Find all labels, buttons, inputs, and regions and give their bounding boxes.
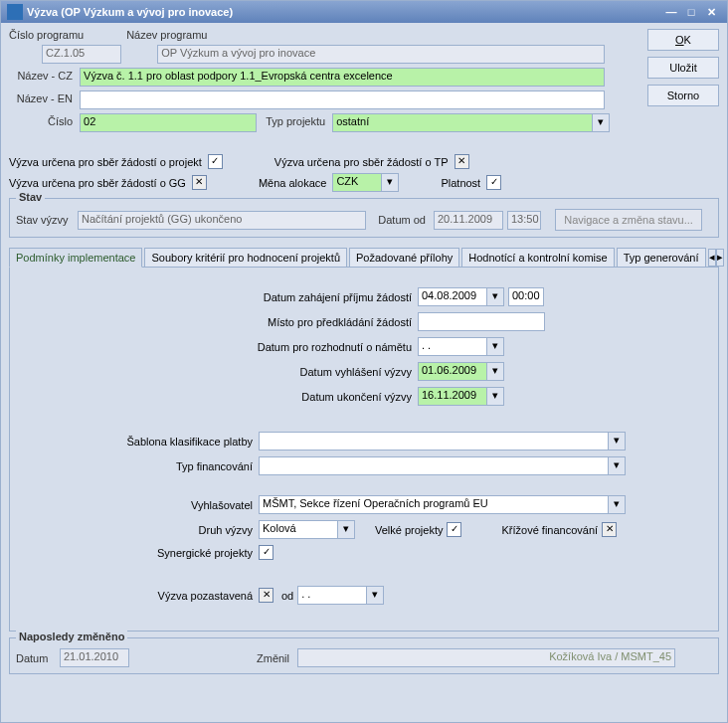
tab-prilohy[interactable]: Požadované přílohy — [349, 248, 459, 267]
footer-datum-field: 21.01.2010 — [60, 648, 129, 667]
sber-gg-label: Výzva určena pro sběr žádostí o GG — [9, 177, 186, 189]
footer-zmenil-label: Změnil — [257, 652, 293, 664]
cislo-input[interactable]: 02 — [80, 113, 257, 132]
pozastavena-checkbox[interactable]: ✕ — [259, 588, 273, 603]
app-icon — [7, 4, 23, 20]
nazev-en-label: Název - EN — [9, 92, 77, 104]
pozastavena-label: Výzva pozastavená — [20, 590, 259, 602]
nazev-programu-label: Název programu — [126, 29, 211, 41]
misto-input[interactable] — [418, 312, 545, 331]
stav-vyzvy-field: Načítání projektů (GG) ukončeno — [78, 211, 366, 230]
cislo-label: Číslo — [9, 115, 77, 127]
stav-vyzvy-label: Stav výzvy — [16, 214, 74, 226]
footer-datum-label: Datum — [16, 652, 56, 664]
ok-button[interactable]: OOKK — [647, 29, 719, 51]
chevron-down-icon[interactable]: ▾ — [609, 456, 626, 475]
krizove-label: Křížové financování — [501, 524, 598, 536]
close-icon[interactable]: ✕ — [701, 6, 721, 19]
minimize-icon[interactable]: — — [661, 6, 681, 18]
typ-fin-label: Typ financování — [20, 460, 259, 472]
tab-typgen[interactable]: Typ generování — [617, 248, 706, 267]
datum-zahajeni-input[interactable]: 04.08.2009 — [418, 287, 487, 306]
misto-label: Místo pro předkládání žádostí — [20, 316, 418, 328]
save-button[interactable]: Uložit — [647, 57, 719, 79]
typ-projektu-select[interactable]: ostatní — [332, 113, 593, 132]
sber-tp-checkbox[interactable]: ✕ — [455, 154, 469, 169]
sablona-label: Šablona klasifikace platby — [20, 436, 259, 448]
footer-legend: Naposledy změněno — [16, 631, 127, 642]
druh-vyzvy-select[interactable]: Kolová — [259, 520, 338, 539]
cislo-programu-label: Číslo programu — [9, 29, 81, 41]
footer-zmenil-field: Kožíková Iva / MSMT_45 — [297, 648, 675, 667]
datum-rozhodnuti-label: Datum pro rozhodnutí o námětu — [20, 341, 418, 353]
chevron-down-icon[interactable]: ▾ — [487, 337, 504, 356]
od-label: od — [281, 590, 293, 602]
sber-projekt-label: Výzva určena pro sběr žádostí o projekt — [9, 156, 202, 168]
footer-group: Naposledy změněno Datum 21.01.2010 Změni… — [9, 637, 719, 674]
velke-projekty-label: Velké projekty — [375, 524, 443, 536]
datum-zahajeni-label: Datum zahájení příjmu žádostí — [20, 291, 418, 303]
krizove-checkbox[interactable]: ✕ — [602, 522, 617, 537]
tab-podminky[interactable]: Podmínky implementace — [9, 248, 142, 268]
sablona-select[interactable] — [259, 432, 609, 451]
od-input[interactable]: . . — [297, 586, 367, 605]
chevron-down-icon[interactable]: ▾ — [338, 520, 355, 539]
stav-legend: Stav — [16, 191, 45, 203]
nazev-cz-input[interactable]: Výzva č. 1.1 pro oblast podpory 1.1_Evro… — [80, 68, 605, 87]
synergicke-checkbox[interactable]: ✓ — [259, 545, 273, 560]
tab-panel: Datum zahájení příjmu žádostí 04.08.2009… — [9, 268, 719, 632]
tab-scroll-left[interactable]: ◂ — [708, 249, 716, 267]
tab-bar: Podmínky implementace Soubory kritérií p… — [9, 248, 719, 268]
sber-tp-label: Výzva určena pro sběr žádostí o TP — [274, 156, 449, 168]
chevron-down-icon[interactable]: ▾ — [487, 387, 504, 406]
datum-vyhlaseni-input[interactable]: 01.06.2009 — [418, 362, 487, 381]
mena-label: Měna alokace — [259, 177, 327, 189]
nazev-cz-label: Název - CZ — [9, 70, 77, 82]
time-field: 13:50 — [507, 211, 541, 230]
navigace-button[interactable]: Navigace a změna stavu... — [555, 209, 702, 231]
datum-ukonceni-input[interactable]: 16.11.2009 — [418, 387, 487, 406]
platnost-label: Platnost — [441, 177, 480, 189]
datum-od-label: Datum od — [370, 214, 430, 226]
cas-zahajeni-input[interactable]: 00:00 — [508, 287, 544, 306]
typ-projektu-label: Typ projektu — [260, 115, 329, 127]
datum-od-field: 20.11.2009 — [434, 211, 503, 230]
chevron-down-icon[interactable]: ▾ — [382, 173, 399, 192]
tab-komise[interactable]: Hodnotící a kontrolní komise — [461, 248, 614, 267]
chevron-down-icon[interactable]: ▾ — [593, 113, 610, 132]
stav-group: Stav Stav výzvy Načítání projektů (GG) u… — [9, 198, 719, 238]
druh-vyzvy-label: Druh výzvy — [20, 524, 259, 536]
tab-soubory[interactable]: Soubory kritérií pro hodnocení projektů — [144, 248, 347, 267]
typ-fin-select[interactable] — [259, 456, 609, 475]
platnost-checkbox[interactable]: ✓ — [486, 175, 501, 190]
sber-projekt-checkbox[interactable]: ✓ — [208, 154, 223, 169]
window-title: Výzva (OP Výzkum a vývoj pro inovace) — [27, 6, 233, 18]
nazev-en-input[interactable] — [80, 90, 605, 109]
chevron-down-icon[interactable]: ▾ — [609, 495, 626, 514]
velke-projekty-checkbox[interactable]: ✓ — [447, 522, 461, 537]
vyhlasovatel-label: Vyhlašovatel — [20, 499, 259, 511]
cislo-programu-field: CZ.1.05 — [42, 45, 121, 64]
chevron-down-icon[interactable]: ▾ — [367, 586, 384, 605]
title-bar: Výzva (OP Výzkum a vývoj pro inovace) — … — [1, 1, 727, 23]
synergicke-label: Synergické projekty — [20, 547, 259, 559]
datum-ukonceni-label: Datum ukončení výzvy — [20, 391, 418, 403]
vyhlasovatel-select[interactable]: MŠMT, Sekce řízení Operačních programů E… — [259, 495, 609, 514]
mena-select[interactable]: CZK — [332, 173, 382, 192]
chevron-down-icon[interactable]: ▾ — [609, 432, 626, 451]
cancel-button[interactable]: Storno — [647, 85, 719, 106]
tab-scroll-right[interactable]: ▸ — [716, 249, 724, 267]
chevron-down-icon[interactable]: ▾ — [487, 362, 504, 381]
sber-gg-checkbox[interactable]: ✕ — [192, 175, 207, 190]
maximize-icon[interactable]: □ — [681, 6, 701, 18]
chevron-down-icon[interactable]: ▾ — [487, 287, 504, 306]
datum-vyhlaseni-label: Datum vyhlášení výzvy — [20, 366, 418, 378]
datum-rozhodnuti-input[interactable]: . . — [418, 337, 487, 356]
nazev-programu-field: OP Výzkum a vývoj pro inovace — [157, 45, 605, 64]
